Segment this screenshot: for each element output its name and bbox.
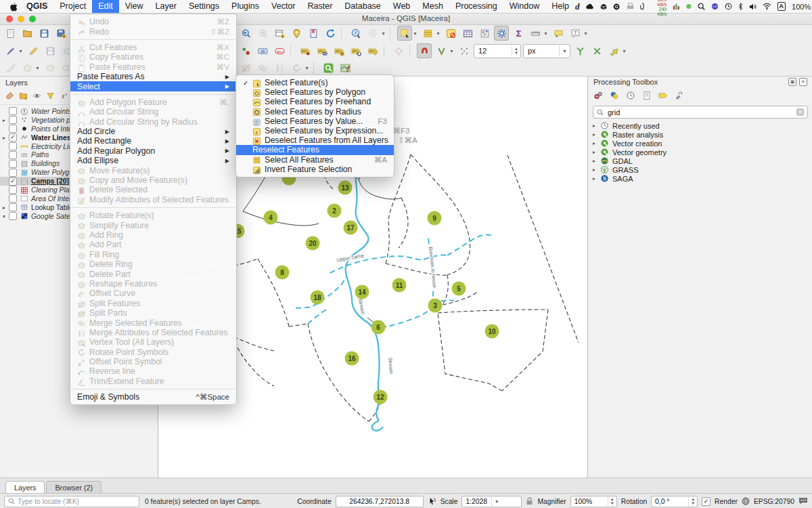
cloud-icon[interactable] (585, 3, 594, 10)
move-feature-icon[interactable] (20, 60, 35, 75)
select-submenu-item-select-features-by-polygon[interactable]: Select Features by Polygon (236, 87, 394, 97)
select-features-by-form-dropdown-icon[interactable]: ▼ (436, 31, 441, 36)
rotation-spin[interactable]: 0,0 °▲▼ (651, 496, 698, 507)
edit-menu-item-fill-ring[interactable]: Fill Ring (70, 250, 236, 259)
time-machine-icon[interactable] (725, 2, 732, 11)
snapping-tolerance-input[interactable]: 12▲▼ (474, 44, 521, 58)
istat-bars-icon[interactable] (673, 2, 680, 11)
edit-menu-item-select[interactable]: Select▶ (70, 81, 236, 91)
edit-menu-item-split-features[interactable]: Split Features (70, 299, 236, 308)
edit-menu-item-reshape-features[interactable]: Reshape Features (70, 279, 236, 289)
edit-menu-item-copy-features[interactable]: Copy Features⌘C (70, 52, 236, 62)
chevron-down-icon[interactable]: ▼ (491, 497, 501, 506)
expand-icon[interactable]: ▸ (593, 140, 600, 146)
menu-help[interactable]: Help (545, 0, 575, 13)
edit-menu-item-add-polygon-feature[interactable]: Add Polygon Feature⌘. (70, 98, 236, 107)
clear-search-icon[interactable]: ✕ (796, 108, 804, 116)
add-group-icon[interactable] (19, 89, 28, 102)
layer-checkbox[interactable] (9, 186, 17, 194)
edit-menu-item-add-circle[interactable]: Add Circle▶ (70, 127, 236, 136)
identify-results-icon[interactable] (365, 26, 380, 41)
enable-tracing-dropdown-icon[interactable]: ▼ (622, 49, 627, 54)
expand-icon[interactable]: ▸ (593, 167, 600, 173)
tab-layers[interactable]: Layers (5, 481, 45, 494)
expression-filter-icon[interactable]: ε (60, 89, 68, 102)
expand-icon[interactable]: ▸ (3, 205, 9, 211)
select-submenu-item-select-all-features[interactable]: Select All Features⌘A (236, 155, 394, 165)
pin-unpin-labels-icon[interactable]: abc (332, 43, 346, 58)
edit-menu-item-offset-curve[interactable]: Offset Curve (70, 289, 236, 298)
options-wrench-icon[interactable] (675, 89, 684, 101)
toolbox-group-vector-creation[interactable]: ▸Vector creation (588, 139, 812, 148)
apple-menu[interactable] (9, 2, 18, 12)
expand-icon[interactable]: ▸ (3, 135, 9, 141)
close-panel-icon[interactable]: ✕ (799, 78, 807, 86)
edit-menu-item-delete-selected[interactable]: Delete Selected (70, 185, 236, 194)
scale-combo[interactable]: 1:2028▼ (461, 496, 522, 507)
edit-menu-item-move-feature-s[interactable]: Move Feature(s) (70, 165, 236, 175)
menu-layer[interactable]: Layer (150, 0, 183, 13)
split-features-icon[interactable] (238, 60, 253, 75)
layer-checkbox[interactable]: ✓ (9, 177, 17, 186)
vpn-icon[interactable] (627, 3, 634, 10)
zoom-next-icon[interactable] (255, 26, 270, 41)
cube-icon[interactable] (600, 3, 607, 11)
edit-menu-item-merge-selected-features[interactable]: Merge Selected Features (70, 318, 236, 327)
select-submenu-item-invert-feature-selection[interactable]: Invert Feature Selection (236, 165, 394, 174)
edit-menu-item-reverse-line[interactable]: Reverse line (70, 366, 236, 376)
identify-results-dropdown-icon[interactable]: ▼ (381, 31, 386, 36)
menu-settings[interactable]: Settings (183, 0, 225, 13)
save-project-as-icon[interactable] (53, 26, 68, 41)
toolbox-group-saga[interactable]: ▸SSAGA (588, 174, 812, 183)
toolbox-group-gdal[interactable]: ▸GDAL (588, 156, 812, 165)
toolbox-group-raster-analysis[interactable]: ▸Raster analysis (588, 130, 812, 139)
epsg-button[interactable]: EPSG:20790 (754, 498, 794, 505)
menu-plugins[interactable]: Plugins (225, 0, 265, 13)
edit-menu-item-emoji-symbols[interactable]: Emoji & Symbols^⌘Space (70, 392, 236, 402)
move-feature-dropdown-icon[interactable]: ▼ (35, 66, 41, 70)
enable-tracing-icon[interactable] (606, 43, 621, 58)
layer-checkbox[interactable] (9, 151, 17, 159)
merge-selected-features-icon[interactable] (255, 60, 270, 75)
menu-raster[interactable]: Raster (301, 0, 338, 13)
edit-menu-item-add-ring[interactable]: Add Ring (70, 230, 236, 240)
edit-menu-item-copy-and-move-feature-s[interactable]: Copy and Move Feature(s) (70, 175, 236, 185)
edit-menu-item-simplify-feature[interactable]: Simplify Feature (70, 220, 236, 230)
toggle-editing-icon[interactable] (26, 43, 41, 58)
select-features-by-form-icon[interactable] (420, 26, 435, 41)
search-icon[interactable] (698, 2, 705, 11)
select-features-dropdown-icon[interactable]: ▼ (413, 31, 418, 36)
layer-checkbox[interactable] (9, 203, 17, 211)
network-speed[interactable]: 64,9 kB/s240 kB/s (650, 0, 667, 16)
select-submenu-item-select-features-by-value[interactable]: Select Features by Value...F3 (236, 117, 394, 126)
layer-checkbox[interactable] (9, 107, 17, 115)
crs-globe-icon[interactable] (742, 497, 750, 505)
layer-diagram-options-icon[interactable]: abc (272, 43, 287, 58)
deselect-features-icon[interactable] (443, 26, 458, 41)
rotate-point-symbols-dropdown-icon[interactable]: ▼ (304, 66, 310, 70)
layer-checkbox[interactable] (9, 212, 17, 220)
layer-checkbox[interactable] (9, 160, 17, 168)
render-checkbox[interactable]: ✓ (702, 497, 710, 506)
edit-menu-item-paste-features-as[interactable]: Paste Features As▶ (70, 72, 236, 81)
label-toolbar-pin-icon[interactable] (238, 43, 253, 58)
wifi-icon[interactable] (763, 3, 771, 10)
coordinate-input[interactable]: 264236.7,272013.8 (336, 496, 424, 507)
snapping-mode-dropdown-icon[interactable]: ▼ (449, 49, 455, 54)
expand-icon[interactable]: ▸ (3, 117, 9, 123)
float-panel-icon[interactable]: ▣ (788, 78, 796, 86)
manage-themes-icon[interactable] (32, 89, 41, 102)
text-annotation-icon[interactable]: T (568, 26, 583, 41)
new-map-view-icon[interactable] (272, 26, 287, 41)
expand-icon[interactable]: ▸ (593, 175, 600, 182)
select-submenu-item-select-features-by-freehand[interactable]: Select Features by Freehand (236, 97, 394, 106)
select-features-icon[interactable] (397, 26, 412, 41)
layer-checkbox[interactable] (9, 142, 17, 150)
style-manager-icon[interactable] (5, 89, 14, 102)
snapping-unit-combo[interactable]: px▼ (523, 44, 570, 58)
edit-in-place-icon[interactable] (658, 89, 668, 101)
toolbox-group-recently-used[interactable]: ▸Recently used (588, 121, 812, 130)
rotate-label-icon[interactable]: abc (348, 43, 363, 58)
current-edits-icon[interactable] (3, 43, 18, 58)
zoom-last-icon[interactable] (238, 26, 253, 41)
